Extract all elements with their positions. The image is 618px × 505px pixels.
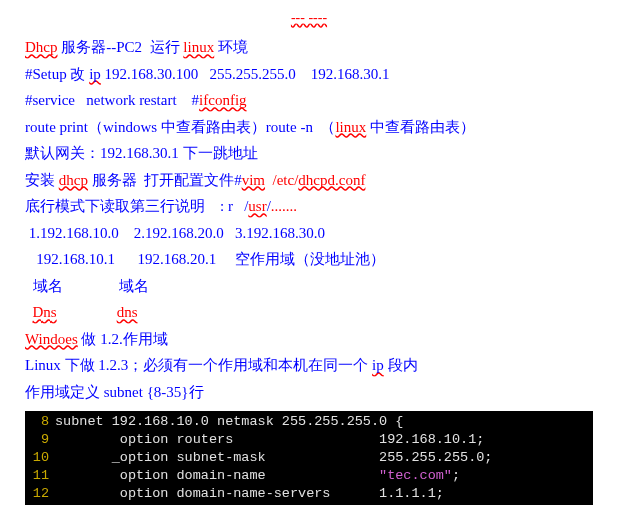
terminal-text: option domain-name-servers 1.1.1.1;	[55, 486, 444, 501]
text-segment: linux	[183, 39, 214, 55]
text-line: #Setup 改 ip 192.168.30.100 255.255.255.0…	[25, 63, 593, 86]
terminal-string: "tec.com"	[379, 468, 452, 483]
text-line: Dns dns	[25, 301, 593, 324]
document-body: Dhcp 服务器--PC2 运行 linux 环境#Setup 改 ip 192…	[25, 36, 593, 403]
text-segment: route print（windows 中查看路由表）route -n （	[25, 119, 335, 135]
terminal-text: ;	[452, 468, 460, 483]
terminal-line: 11 option domain-name "tec.com";	[25, 467, 593, 485]
text-segment: 中查看路由表）	[366, 119, 475, 135]
text-segment: ip	[372, 357, 384, 373]
text-segment	[57, 304, 117, 320]
line-number: 11	[25, 467, 55, 485]
line-number: 9	[25, 431, 55, 449]
text-line: Windoes 做 1.2.作用域	[25, 328, 593, 351]
text-segment: Linux 下做 1.2.3；必须有一个作用域和本机在同一个	[25, 357, 372, 373]
text-segment: 段内	[384, 357, 418, 373]
terminal-text: subnet 192.168.10.0 netmask 255.255.255.…	[55, 414, 403, 429]
text-line: 底行模式下读取第三行说明 : r /usr/.......	[25, 195, 593, 218]
top-fragment: --- ----	[25, 10, 593, 26]
terminal-text: option routers 192.168.10.1;	[55, 432, 484, 447]
terminal-block: 8subnet 192.168.10.0 netmask 255.255.255…	[25, 411, 593, 505]
text-line: 192.168.10.1 192.168.20.1 空作用域（没地址池）	[25, 248, 593, 271]
text-segment: dns	[117, 304, 138, 320]
text-line: 作用域定义 subnet {8-35}行	[25, 381, 593, 404]
text-segment: vim	[242, 172, 265, 188]
text-line: #service network restart #ifconfig	[25, 89, 593, 112]
text-segment: Windoes	[25, 331, 78, 347]
text-line: Dhcp 服务器--PC2 运行 linux 环境	[25, 36, 593, 59]
text-segment	[265, 172, 273, 188]
text-segment: 环境	[214, 39, 248, 55]
terminal-line: 9 option routers 192.168.10.1;	[25, 431, 593, 449]
text-segment: usr	[248, 198, 266, 214]
text-line: 域名 域名	[25, 275, 593, 298]
text-segment: ip	[89, 66, 101, 82]
text-segment: #Setup 改	[25, 66, 89, 82]
text-segment: Dhcp	[25, 39, 58, 55]
text-line: 默认网关：192.168.30.1 下一跳地址	[25, 142, 593, 165]
text-segment: #service network restart #	[25, 92, 199, 108]
terminal-line: 12 option domain-name-servers 1.1.1.1;	[25, 485, 593, 503]
text-segment: .......	[271, 198, 297, 214]
terminal-line: 8subnet 192.168.10.0 netmask 255.255.255…	[25, 413, 593, 431]
text-line: 安装 dhcp 服务器 打开配置文件#vim /etc/dhcpd.conf	[25, 169, 593, 192]
text-segment: 1.192.168.10.0 2.192.168.20.0 3.192.168.…	[25, 225, 325, 241]
text-segment: dhcp	[59, 172, 88, 188]
text-segment: 安装	[25, 172, 59, 188]
line-number: 8	[25, 413, 55, 431]
text-line: 1.192.168.10.0 2.192.168.20.0 3.192.168.…	[25, 222, 593, 245]
text-segment: 服务器 打开配置文件#	[88, 172, 242, 188]
line-number: 12	[25, 485, 55, 503]
text-segment: /etc/	[273, 172, 299, 188]
terminal-text: option domain-name	[55, 468, 379, 483]
text-segment: dhcpd.conf	[298, 172, 365, 188]
text-segment: 192.168.10.1 192.168.20.1 空作用域（没地址池）	[25, 251, 385, 267]
text-line: route print（windows 中查看路由表）route -n （lin…	[25, 116, 593, 139]
text-segment: ifconfig	[199, 92, 246, 108]
text-segment: 作用域定义 subnet {8-35}行	[25, 384, 204, 400]
terminal-line: 10 _option subnet-mask 255.255.255.0;	[25, 449, 593, 467]
text-segment: 服务器--PC2 运行	[58, 39, 184, 55]
text-segment: 做 1.2.作用域	[78, 331, 168, 347]
text-segment: 192.168.30.100 255.255.255.0 192.168.30.…	[101, 66, 390, 82]
text-segment: 默认网关：192.168.30.1 下一跳地址	[25, 145, 258, 161]
text-segment: linux	[335, 119, 366, 135]
text-segment: 域名 域名	[25, 278, 149, 294]
text-line: Linux 下做 1.2.3；必须有一个作用域和本机在同一个 ip 段内	[25, 354, 593, 377]
text-segment	[25, 304, 33, 320]
text-segment: Dns	[33, 304, 57, 320]
line-number: 10	[25, 449, 55, 467]
terminal-text: _option subnet-mask 255.255.255.0;	[55, 450, 492, 465]
text-segment: 底行模式下读取第三行说明 : r /	[25, 198, 248, 214]
